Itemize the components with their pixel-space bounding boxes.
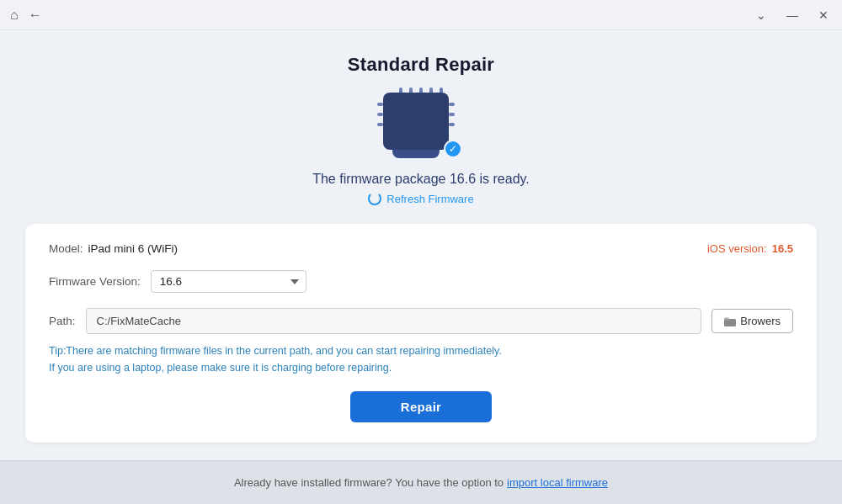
pin-side (377, 123, 383, 126)
ios-version-info: iOS version: 16.5 (707, 242, 793, 255)
tip-line1: Tip:There are matching firmware files in… (49, 342, 793, 359)
model-info: Model: iPad mini 6 (WiFi) (49, 242, 178, 255)
model-ios-row: Model: iPad mini 6 (WiFi) iOS version: 1… (49, 242, 793, 255)
path-label: Path: (49, 315, 76, 327)
close-button[interactable]: ✕ (815, 7, 832, 24)
titlebar: ⌂ ← ⌄ — ✕ (0, 0, 842, 30)
checkmark-badge: ✓ (444, 140, 462, 158)
model-label: Model: (49, 242, 83, 255)
browse-button[interactable]: Browers (711, 309, 793, 333)
back-icon[interactable]: ← (29, 8, 42, 23)
refresh-link-wrap: Refresh Firmware (368, 192, 473, 205)
repair-button-wrap: Repair (49, 391, 793, 422)
chevron-down-icon[interactable]: ⌄ (753, 7, 770, 24)
firmware-version-row: Firmware Version: 16.6 16.5 16.4 (49, 270, 793, 293)
model-value: iPad mini 6 (WiFi) (88, 242, 179, 255)
firmware-ready-text: The firmware package 16.6 is ready. (312, 172, 530, 187)
firmware-version-label: Firmware Version: (49, 275, 141, 288)
folder-icon (724, 316, 736, 326)
browse-label: Browers (740, 315, 781, 327)
chip-pins-left (377, 103, 383, 126)
refresh-firmware-link[interactable]: Refresh Firmware (386, 193, 473, 205)
ios-version-value: 16.5 (772, 242, 793, 255)
main-content: Standard Repair ✓ The firmware package (0, 30, 842, 460)
pin-side (449, 123, 455, 126)
pin-side (449, 103, 455, 106)
device-icon: ✓ (383, 93, 459, 160)
firmware-version-select[interactable]: 16.6 16.5 16.4 (151, 270, 306, 293)
tip-line2: If you are using a laptop, please make s… (49, 359, 793, 376)
bottom-bar: Already have installed firmware? You hav… (0, 460, 842, 504)
titlebar-left: ⌂ ← (10, 8, 42, 23)
info-card: Model: iPad mini 6 (WiFi) iOS version: 1… (25, 224, 817, 443)
home-icon[interactable]: ⌂ (10, 8, 19, 23)
minimize-button[interactable]: — (783, 7, 802, 24)
bottom-text: Already have installed firmware? You hav… (234, 476, 504, 489)
ios-version-label: iOS version: (707, 242, 767, 255)
path-row: Path: Browers (49, 308, 793, 334)
path-input[interactable] (86, 308, 702, 334)
chip-pins-right (449, 103, 455, 126)
tip-text: Tip:There are matching firmware files in… (49, 342, 793, 376)
refresh-icon (368, 192, 381, 205)
import-local-firmware-link[interactable]: import local firmware (507, 476, 608, 489)
svg-rect-1 (724, 317, 729, 320)
page-title: Standard Repair (348, 54, 494, 76)
repair-button[interactable]: Repair (350, 391, 493, 422)
pin-side (449, 113, 455, 116)
pin-side (377, 113, 383, 116)
titlebar-right: ⌄ — ✕ (753, 7, 832, 24)
pin-side (377, 103, 383, 106)
chip-body (383, 93, 449, 150)
